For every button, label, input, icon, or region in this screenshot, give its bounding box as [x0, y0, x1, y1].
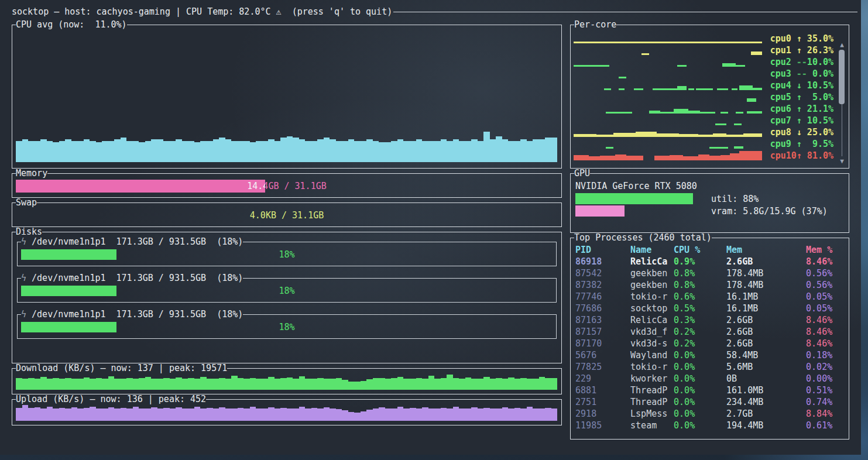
- sparkline-segment: [626, 156, 643, 160]
- core-label: cpu2--10.0%: [770, 57, 833, 67]
- process-cpu: 0.0%: [674, 361, 726, 373]
- history-bar: [59, 379, 66, 390]
- sparkline-segment: [679, 134, 698, 137]
- history-bar: [397, 139, 404, 162]
- scroll-up-icon[interactable]: ▲: [838, 42, 846, 48]
- sparkline-segment: [721, 112, 728, 114]
- history-bar: [379, 378, 385, 390]
- history-bar: [28, 408, 35, 421]
- sparkline-segment: [700, 112, 715, 114]
- history-bar: [280, 378, 287, 390]
- sparkline-segment: [604, 88, 612, 90]
- core-label: cpu8↓25.0%: [770, 127, 833, 138]
- history-bar: [90, 379, 96, 390]
- per-core-row: cpu2--10.0%: [571, 56, 849, 68]
- per-core-row: cpu9↑9.5%: [571, 138, 849, 150]
- history-bar: [157, 379, 164, 390]
- history-bar: [366, 139, 373, 162]
- process-name: steam: [630, 420, 674, 431]
- process-mem-pct: 0.56%: [806, 279, 845, 291]
- history-bar: [336, 378, 342, 390]
- history-bar: [225, 379, 232, 390]
- history-bar: [496, 408, 502, 421]
- sparkline-segment: [606, 112, 632, 114]
- core-label: cpu9↑9.5%: [770, 139, 833, 149]
- sparkline-segment: [615, 155, 626, 160]
- history-bar: [403, 408, 410, 421]
- sparkline-segment: [709, 147, 728, 149]
- history-bar: [478, 141, 484, 162]
- core-trend-icon: ↓: [797, 80, 807, 91]
- history-bar: [65, 378, 71, 390]
- scroll-down-icon[interactable]: ▼: [838, 158, 846, 164]
- sparkline-segment: [619, 88, 625, 90]
- per-core-row: cpu10↑81.0%: [571, 150, 849, 162]
- right-column: Per-core cpu0↑35.0%cpu1↑26.3%cpu2--10.0%…: [570, 20, 849, 440]
- history-bar: [471, 407, 478, 421]
- history-bar: [170, 379, 176, 390]
- history-bar: [77, 379, 84, 390]
- core-name: cpu9: [770, 139, 797, 149]
- process-mem: 2.6GB: [726, 326, 806, 338]
- core-usage-sparkline: [574, 80, 762, 90]
- sparkline-segment: [649, 111, 660, 114]
- history-bar: [219, 138, 225, 162]
- process-mem-pct: 0.51%: [806, 385, 845, 396]
- history-bar: [22, 139, 29, 162]
- history-bar: [533, 408, 539, 421]
- history-bar: [397, 377, 404, 390]
- process-cpu: 0.0%: [674, 396, 726, 408]
- process-cpu: 0.0%: [674, 420, 726, 431]
- history-bar: [539, 408, 545, 421]
- history-bar: [151, 379, 157, 390]
- core-usage-sparkline: [574, 126, 762, 137]
- history-bar: [102, 141, 108, 162]
- process-mem-pct: 8.46%: [806, 326, 845, 338]
- process-cpu: 0.8%: [674, 279, 726, 291]
- process-pid: 87542: [575, 267, 630, 279]
- process-mem: 194.4MB: [726, 420, 806, 431]
- history-bar: [96, 378, 102, 390]
- history-bar: [305, 408, 311, 421]
- core-name: cpu3: [770, 68, 797, 79]
- history-bar: [330, 139, 336, 162]
- history-bar: [545, 138, 551, 162]
- sparkline-segment: [634, 88, 643, 90]
- history-bar: [330, 379, 336, 390]
- process-name: RelicCa: [630, 256, 674, 267]
- sparkline-segment: [709, 156, 721, 160]
- history-bar: [243, 141, 250, 162]
- history-bar: [459, 141, 465, 162]
- sparkline-segment: [606, 147, 613, 149]
- history-bar: [490, 379, 496, 390]
- core-percent: 25.0%: [807, 127, 833, 138]
- history-bar: [299, 139, 306, 162]
- history-bar: [182, 379, 188, 390]
- history-bar: [465, 377, 472, 390]
- swap-panel-title: Swap: [16, 198, 37, 208]
- upload-history-chart: [16, 404, 558, 421]
- per-core-row: cpu5↑5.0%: [571, 91, 849, 103]
- history-bar: [520, 408, 527, 421]
- scrollbar-thumb[interactable]: [839, 50, 845, 104]
- per-core-row: cpu7↑10.5%: [571, 115, 849, 126]
- process-row: 87542geekben0.8%178.4MB0.56%: [575, 267, 845, 279]
- process-mem: 16.1MB: [726, 303, 806, 314]
- process-mem-pct: 0.56%: [806, 267, 845, 279]
- history-bar: [256, 141, 262, 162]
- core-percent: 10.0%: [807, 57, 833, 67]
- column-header: CPU %: [674, 244, 726, 256]
- process-row: 87170vkd3d-s0.2%2.6GB8.46%: [575, 338, 845, 349]
- history-bar: [121, 379, 127, 390]
- process-mem: 2.6GB: [726, 338, 806, 349]
- history-bar: [354, 382, 361, 390]
- process-name: geekben: [630, 279, 674, 291]
- history-bar: [317, 378, 324, 390]
- history-bar: [317, 408, 324, 421]
- history-bar: [410, 141, 416, 162]
- gpu-vram-row: vram: 5.8G/15.9G (37%): [575, 205, 844, 217]
- history-bar: [90, 407, 96, 421]
- history-bar: [317, 139, 324, 162]
- per-core-scrollbar[interactable]: ▲ ▼: [838, 42, 846, 164]
- process-row: 87382geekben0.8%178.4MB0.56%: [575, 279, 845, 291]
